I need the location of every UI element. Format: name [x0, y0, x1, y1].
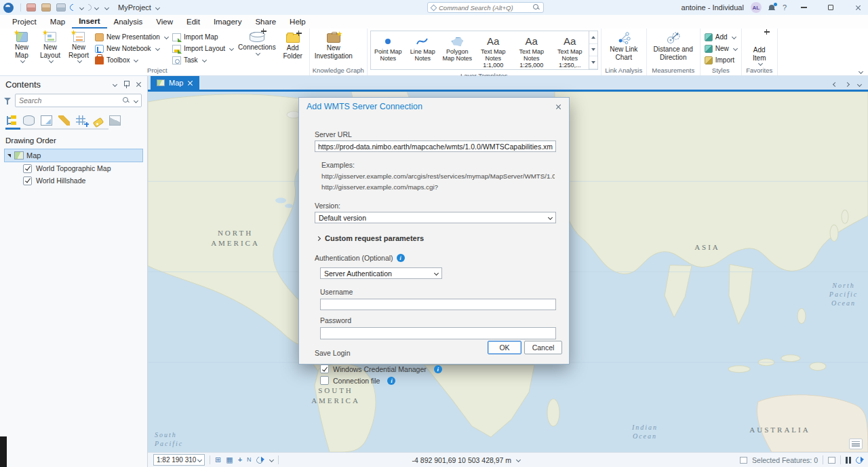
connection-file-checkbox[interactable]	[320, 376, 329, 385]
tab-share[interactable]: Share	[248, 15, 283, 29]
refresh-map-icon[interactable]	[854, 455, 864, 465]
styles-add-button[interactable]: Add	[703, 32, 738, 42]
open-project-icon[interactable]	[41, 3, 51, 12]
tab-help[interactable]: Help	[283, 15, 313, 29]
save-project-icon[interactable]	[26, 3, 36, 12]
layer-row-topographic[interactable]: World Topographic Map	[4, 162, 143, 174]
north-arrow-icon[interactable]: N	[247, 457, 252, 463]
close-button[interactable]	[848, 0, 868, 15]
info-icon[interactable]: i	[397, 254, 405, 262]
info-icon[interactable]: i	[387, 377, 395, 385]
contents-search-box[interactable]	[15, 94, 142, 107]
rotate-tool-icon[interactable]	[255, 455, 264, 465]
connections-button[interactable]: Connections	[236, 30, 278, 66]
text-map-notes-250-item[interactable]: Aa Text Map Notes 1:250,...	[551, 31, 589, 69]
minimize-button[interactable]	[793, 0, 814, 15]
gallery-expand[interactable]	[589, 56, 597, 69]
styles-import-button[interactable]: Import	[703, 55, 738, 65]
command-search[interactable]	[427, 2, 544, 13]
filter-icon[interactable]	[4, 97, 12, 105]
windows-credential-manager-checkbox[interactable]	[320, 365, 329, 373]
new-layout-button[interactable]: New Layout	[37, 30, 64, 66]
new-report-button[interactable]: New Report	[65, 30, 92, 66]
layer-checkbox[interactable]	[23, 176, 32, 185]
import-map-button[interactable]: Import Map	[171, 32, 235, 42]
new-presentation-button[interactable]: New Presentation	[94, 32, 170, 42]
text-map-notes-1000-item[interactable]: Aa Text Map Notes 1:1,000	[475, 31, 512, 69]
avatar[interactable]: AL	[751, 2, 762, 13]
scale-dropdown[interactable]: 1:82 190 310	[153, 454, 205, 466]
tab-scroll-left-icon[interactable]	[833, 82, 837, 87]
list-by-data-source-icon[interactable]	[23, 115, 35, 126]
import-layout-button[interactable]: Import Layout	[171, 43, 235, 54]
map-tree-item[interactable]: Map	[4, 149, 143, 162]
tab-project[interactable]: Project	[5, 15, 43, 29]
toolbox-button[interactable]: Toolbox	[94, 55, 170, 65]
tab-map[interactable]: Map	[43, 15, 72, 29]
notifications-bell-icon[interactable]	[768, 4, 776, 12]
help-icon[interactable]: ?	[783, 3, 787, 12]
list-by-perspective-icon[interactable]	[109, 115, 121, 126]
select-tool-icon[interactable]	[828, 457, 835, 464]
save-as-icon[interactable]	[56, 3, 66, 12]
custom-request-parameters-expander[interactable]: Custom request parameters	[315, 234, 555, 242]
layer-row-hillshade[interactable]: World Hillshade	[4, 174, 143, 187]
point-map-notes-item[interactable]: Point Map Notes	[371, 31, 406, 69]
search-options-chevron[interactable]	[134, 98, 138, 102]
close-tab-icon[interactable]	[187, 80, 193, 86]
list-by-labeling-icon[interactable]	[93, 117, 104, 127]
password-input[interactable]	[320, 327, 556, 339]
selected-features-count[interactable]: Selected Features: 0	[752, 456, 818, 464]
gallery-scroll-up[interactable]	[589, 31, 597, 44]
ok-button[interactable]: OK	[488, 341, 521, 354]
pin-icon[interactable]	[123, 81, 129, 88]
contents-search-input[interactable]	[19, 96, 120, 105]
list-by-selection-icon[interactable]	[41, 115, 52, 126]
version-dropdown[interactable]: Default version	[315, 212, 556, 223]
dialog-close-icon[interactable]	[555, 104, 561, 110]
tab-view[interactable]: View	[149, 15, 180, 29]
status-tools-chevron[interactable]	[269, 457, 274, 462]
gallery-scroll-down[interactable]	[589, 44, 597, 57]
new-link-chart-button[interactable]: New Link Chart	[604, 30, 644, 66]
pane-menu-chevron[interactable]	[113, 81, 117, 86]
close-pane-icon[interactable]	[136, 81, 142, 88]
info-icon[interactable]: i	[434, 365, 442, 373]
windows-credential-manager-row[interactable]: Windows Credential Manager i	[320, 365, 555, 373]
add-folder-button[interactable]: Add Folder	[279, 30, 307, 66]
add-item-button[interactable]: Add Item	[745, 30, 774, 66]
authentication-dropdown[interactable]: Server Authentication	[320, 267, 442, 279]
line-map-notes-item[interactable]: Line Map Notes	[406, 31, 440, 69]
undo-icon[interactable]	[68, 3, 78, 12]
server-url-input[interactable]	[315, 141, 556, 152]
list-by-editing-icon[interactable]	[58, 115, 70, 126]
redo-dropdown-chevron[interactable]	[94, 5, 99, 10]
layer-checkbox[interactable]	[23, 164, 32, 173]
new-notebook-button[interactable]: New Notebook	[94, 43, 170, 54]
tab-scroll-right-icon[interactable]	[845, 82, 850, 87]
styles-new-button[interactable]: New	[703, 43, 738, 54]
signed-in-user[interactable]: antoine - Individual	[682, 3, 744, 12]
text-map-notes-25000-item[interactable]: Aa Text Map Notes 1:25,000	[512, 31, 551, 69]
cancel-button[interactable]: Cancel	[524, 341, 562, 354]
undo-dropdown-chevron[interactable]	[79, 5, 84, 10]
map-view-tab[interactable]: Map	[151, 76, 199, 90]
connection-file-row[interactable]: Connection file i	[320, 376, 555, 385]
polygon-map-notes-item[interactable]: Polygon Map Notes	[440, 31, 475, 69]
table-icon[interactable]: ▦	[226, 456, 233, 464]
expander-icon[interactable]	[7, 154, 11, 157]
notification-icon[interactable]	[849, 438, 863, 449]
quick-access-customize-chevron[interactable]	[104, 5, 109, 10]
crosshair-icon[interactable]: +	[238, 456, 242, 464]
tab-insert[interactable]: Insert	[72, 15, 106, 29]
redo-icon[interactable]	[83, 3, 93, 12]
tab-imagery[interactable]: Imagery	[207, 15, 249, 29]
tab-list-chevron[interactable]	[857, 82, 862, 87]
username-input[interactable]	[320, 299, 556, 310]
task-button[interactable]: Task	[171, 55, 235, 65]
coordinates-display[interactable]: -4 892 901,69 10 503 428,97 m	[412, 456, 521, 464]
collapse-ribbon-chevron[interactable]	[859, 69, 863, 74]
project-name[interactable]: MyProject	[118, 3, 159, 12]
list-by-snapping-icon[interactable]	[76, 115, 87, 126]
map-grid-icon[interactable]: ⊞	[215, 456, 221, 464]
